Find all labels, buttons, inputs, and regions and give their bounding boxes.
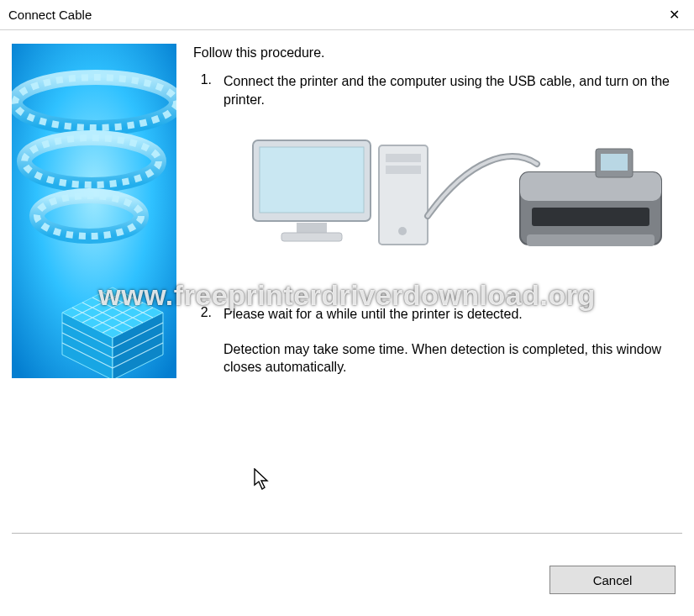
instructions-panel: Follow this procedure. 1. Connect the pr… bbox=[193, 44, 682, 526]
computer-printer-diagram-icon bbox=[234, 124, 671, 275]
cancel-button[interactable]: Cancel bbox=[549, 566, 676, 594]
close-icon: ✕ bbox=[669, 7, 680, 23]
content-area: Follow this procedure. 1. Connect the pr… bbox=[0, 30, 694, 526]
svg-rect-30 bbox=[386, 166, 421, 174]
intro-text: Follow this procedure. bbox=[193, 45, 682, 61]
step-2-text: Please wait for a while until the printe… bbox=[223, 305, 682, 324]
svg-rect-25 bbox=[260, 147, 364, 213]
connection-illustration bbox=[223, 124, 682, 275]
wireless-spiral-icon bbox=[12, 44, 176, 378]
footer-separator bbox=[12, 533, 682, 534]
svg-rect-33 bbox=[520, 172, 661, 201]
svg-rect-34 bbox=[532, 208, 649, 226]
footer: Cancel bbox=[549, 566, 676, 594]
svg-point-31 bbox=[398, 227, 407, 235]
step-1-text: Connect the printer and the computer usi… bbox=[223, 72, 682, 108]
svg-rect-37 bbox=[527, 234, 655, 246]
step-1-number: 1. bbox=[193, 72, 212, 300]
svg-rect-36 bbox=[601, 154, 628, 171]
step-2-number: 2. bbox=[193, 305, 212, 376]
svg-rect-29 bbox=[386, 154, 421, 162]
svg-rect-26 bbox=[297, 223, 327, 233]
wizard-decorative-panel bbox=[12, 44, 176, 378]
window-title: Connect Cable bbox=[8, 8, 92, 22]
detection-note: Detection may take some time. When detec… bbox=[223, 340, 682, 376]
svg-rect-27 bbox=[281, 233, 342, 241]
title-bar: Connect Cable ✕ bbox=[0, 0, 694, 30]
step-1: 1. Connect the printer and the computer … bbox=[193, 72, 682, 300]
close-button[interactable]: ✕ bbox=[654, 0, 694, 30]
step-2: 2. Please wait for a while until the pri… bbox=[193, 305, 682, 376]
